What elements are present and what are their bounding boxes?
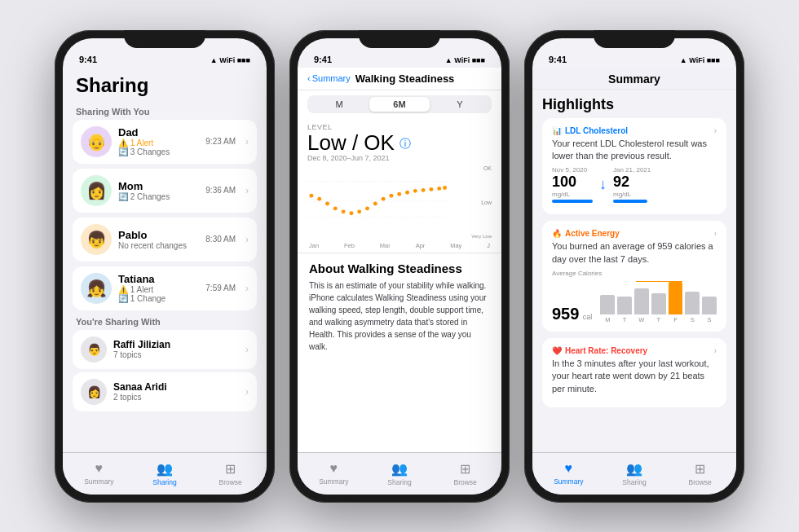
chart-value: Low / OK <box>307 131 395 155</box>
tab-browse-3[interactable]: ⊞ Browse <box>678 461 722 486</box>
alert-dad: ⚠️ 1 Alert <box>118 138 153 147</box>
ldl-card[interactable]: 📊 LDL Cholesterol › Your recent LDL Chol… <box>542 118 726 215</box>
avatar-raffi: 👨 <box>81 336 107 363</box>
contact-tatiana[interactable]: 👧 Tatiana ⚠️ 1 Alert 🔄 1 Change 7:59 AM … <box>73 266 257 310</box>
about-text: This is an estimate of your stability wh… <box>309 279 490 353</box>
svg-point-10 <box>365 207 369 211</box>
cal-bar-f <box>669 282 683 314</box>
svg-point-5 <box>325 202 329 206</box>
nav-title-2: Walking Steadiness <box>355 73 455 85</box>
tab-sharing-label-1: Sharing <box>152 478 176 486</box>
tab-summary-2[interactable]: ♥ Summary <box>311 461 356 486</box>
svg-point-4 <box>317 197 321 201</box>
chart-graph: OK Low Very Low <box>307 165 492 239</box>
svg-point-13 <box>389 194 393 198</box>
card-changes-mom: 🔄 2 Changes <box>118 192 199 201</box>
ldl-bar-nov <box>552 200 593 203</box>
highlights-section: Highlights 📊 LDL Cholesterol › Your rece… <box>532 90 736 452</box>
tab-sharing-icon-3: 👥 <box>626 461 642 477</box>
sharing-cards: 👴 Dad ⚠️ 1 Alert 🔄 3 Changes 9:23 AM › <box>63 120 267 310</box>
status-icons-3: ▲ WiFi ■■■ <box>680 56 720 64</box>
swi-raffi[interactable]: 👨 Raffi Jilizian 7 topics › <box>73 330 257 369</box>
tab-summary-1[interactable]: ♥ Summary <box>77 461 121 486</box>
ldl-icon: 📊 <box>552 126 562 135</box>
tab-sharing-3[interactable]: 👥 Sharing <box>611 461 656 486</box>
card-name-dad: Dad <box>118 126 199 138</box>
ldl-label: LDL Cholesterol <box>565 126 628 135</box>
sharing-with-you-header: Sharing With You <box>63 100 267 120</box>
chart-area: LEVEL Low / OK ⓘ Dec 8, 2020–Jun 7, 2021 <box>298 118 501 253</box>
tab-y[interactable]: Y <box>430 97 490 112</box>
status-icons-1: ▲ WiFi ■■■ <box>210 56 250 64</box>
nav-header-2: ‹ Summary Walking Steadiness <box>298 68 501 90</box>
status-icons-2: ▲ WiFi ■■■ <box>445 56 485 64</box>
ldl-values: Nov 5, 2020 100 mg/dL ↓ Jan 21, 2021 92 … <box>552 166 717 203</box>
info-icon[interactable]: ⓘ <box>400 137 411 152</box>
svg-point-6 <box>333 207 338 211</box>
back-button-2[interactable]: ‹ Summary <box>307 73 351 83</box>
tab-bar-3: ♥ Summary 👥 Sharing ⊞ Browse <box>532 452 736 495</box>
svg-point-8 <box>349 211 353 215</box>
svg-point-9 <box>357 209 361 213</box>
cal-bar-m <box>600 295 615 314</box>
status-time-2: 9:41 <box>314 55 332 64</box>
status-time-3: 9:41 <box>549 55 567 64</box>
chevron-tatiana: › <box>245 283 249 294</box>
cal-labels: M T W T F S S <box>600 316 717 323</box>
cal-unit: cal <box>583 313 593 321</box>
avatar-mom: 👩 <box>81 175 112 206</box>
svg-point-3 <box>309 194 313 198</box>
svg-point-19 <box>437 187 441 191</box>
ldl-desc: Your recent LDL Cholesterol result was l… <box>552 138 717 163</box>
card-alert-tatiana: ⚠️ 1 Alert <box>118 285 199 294</box>
tab-summary-icon-3: ♥ <box>565 461 573 476</box>
youre-sharing-header: You're Sharing With <box>63 310 267 330</box>
tab-sharing-2[interactable]: 👥 Sharing <box>377 461 422 486</box>
status-time-1: 9:41 <box>79 55 97 64</box>
sharing-with-list: 👨 Raffi Jilizian 7 topics › 👩 Sanaa Arid… <box>63 330 267 411</box>
card-info-mom: Mom 🔄 2 Changes <box>118 180 199 201</box>
back-chevron-2: ‹ <box>307 73 311 83</box>
tab-sharing-icon-1: 👥 <box>157 461 173 477</box>
energy-category: 🔥 Active Energy › <box>552 229 717 238</box>
avatar-dad: 👴 <box>81 126 112 157</box>
contact-pablo[interactable]: 👦 Pablo No recent changes 8:30 AM › <box>73 218 257 262</box>
swi-topics-raffi: 7 topics <box>113 350 236 359</box>
chart-labels-bottom: Jan Feb Mar Apr May J <box>307 242 492 249</box>
card-changes-pablo: No recent changes <box>118 241 199 250</box>
tab-sharing-1[interactable]: 👥 Sharing <box>142 461 187 486</box>
svg-point-15 <box>405 191 409 195</box>
sharing-title: Sharing <box>63 68 267 100</box>
tab-browse-1[interactable]: ⊞ Browse <box>208 461 253 486</box>
heart-rate-chevron: › <box>714 346 717 355</box>
avatar-tatiana: 👧 <box>81 273 112 304</box>
svg-point-16 <box>413 189 417 193</box>
tab-summary-icon-2: ♥ <box>330 461 338 476</box>
energy-card[interactable]: 🔥 Active Energy › You burned an average … <box>542 221 726 332</box>
tab-browse-2[interactable]: ⊞ Browse <box>443 461 488 486</box>
swi-name-sanaa: Sanaa Aridi <box>113 381 236 393</box>
tab-summary-label-2: Summary <box>319 477 348 486</box>
cal-bar-t2 <box>651 293 666 314</box>
tab-summary-3[interactable]: ♥ Summary <box>546 461 591 486</box>
swi-sanaa[interactable]: 👩 Sanaa Aridi 2 topics › <box>73 372 257 411</box>
avatar-sanaa: 👩 <box>81 379 107 405</box>
heart-rate-card[interactable]: ❤️ Heart Rate: Recovery › In the 3 minut… <box>542 338 726 407</box>
contact-dad[interactable]: 👴 Dad ⚠️ 1 Alert 🔄 3 Changes 9:23 AM › <box>73 120 257 164</box>
tab-m[interactable]: M <box>309 97 369 112</box>
tab-summary-label-1: Summary <box>84 477 113 486</box>
avg-calories-label: Average Calories <box>552 270 717 277</box>
tab-6m[interactable]: 6M <box>369 97 430 112</box>
chevron-mom: › <box>245 185 249 196</box>
cal-bar-w <box>634 288 649 314</box>
tab-bar-2: ♥ Summary 👥 Sharing ⊞ Browse <box>298 452 501 495</box>
notch-1 <box>124 30 205 48</box>
chevron-pablo: › <box>245 234 249 245</box>
svg-point-17 <box>422 188 426 192</box>
contact-mom[interactable]: 👩 Mom 🔄 2 Changes 9:36 AM › <box>73 169 257 213</box>
time-tabs-2: M 6M Y <box>307 95 492 113</box>
cal-bar-t1 <box>617 297 632 314</box>
about-title: About Walking Steadiness <box>309 262 490 275</box>
down-arrow-icon: ↓ <box>599 176 607 193</box>
svg-point-12 <box>382 197 386 201</box>
